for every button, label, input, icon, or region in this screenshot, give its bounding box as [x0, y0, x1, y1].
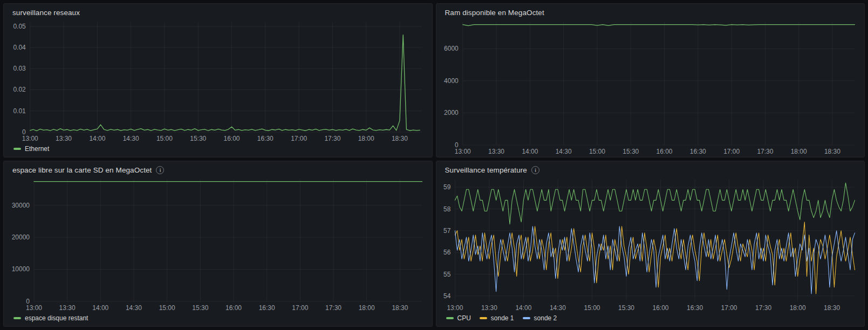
svg-text:15:30: 15:30: [190, 135, 206, 142]
series-swatch: [523, 317, 530, 319]
svg-text:16:30: 16:30: [259, 304, 275, 312]
svg-text:14:00: 14:00: [92, 304, 108, 312]
legend-item-sonde-2[interactable]: sonde 2: [523, 314, 557, 322]
svg-text:0: 0: [22, 128, 26, 136]
series-swatch: [13, 317, 21, 319]
grafana-dashboard: surveillance reseaux 13:0013:3014:0014:3…: [0, 0, 868, 330]
legend-item-ethernet[interactable]: Ethernet: [13, 145, 49, 153]
svg-text:18:00: 18:00: [790, 148, 807, 155]
legend: Ethernet: [4, 144, 432, 157]
svg-text:20000: 20000: [12, 233, 30, 241]
svg-text:15:30: 15:30: [618, 304, 634, 312]
svg-text:0.04: 0.04: [13, 44, 26, 51]
svg-text:13:00: 13:00: [447, 304, 463, 312]
svg-text:16:00: 16:00: [225, 304, 242, 312]
legend: CPU sonde 1 sonde 2: [436, 313, 865, 326]
svg-text:14:30: 14:30: [126, 304, 142, 312]
svg-text:17:30: 17:30: [755, 304, 771, 312]
svg-text:16:00: 16:00: [224, 135, 240, 142]
chart-area: 13:0013:3014:0014:3015:0015:3016:0016:30…: [4, 18, 432, 144]
svg-text:17:00: 17:00: [723, 148, 740, 155]
svg-text:18:30: 18:30: [824, 304, 840, 312]
svg-text:14:30: 14:30: [123, 135, 139, 142]
svg-text:17:30: 17:30: [325, 304, 341, 312]
legend-label: sonde 2: [534, 314, 557, 322]
svg-text:0.03: 0.03: [13, 65, 26, 72]
svg-text:17:30: 17:30: [324, 135, 340, 142]
svg-text:16:00: 16:00: [656, 148, 672, 155]
panel-title[interactable]: Ram disponible en MegaOctet: [445, 9, 544, 17]
svg-text:13:30: 13:30: [56, 135, 72, 142]
svg-text:30000: 30000: [12, 202, 30, 209]
panel-header: surveillance reseaux: [4, 4, 432, 18]
svg-text:13:00: 13:00: [26, 304, 42, 312]
svg-text:13:30: 13:30: [59, 304, 76, 312]
legend-label: espace disque restant: [25, 314, 88, 322]
series-swatch: [13, 148, 21, 150]
svg-text:57: 57: [443, 227, 451, 235]
svg-text:14:30: 14:30: [549, 304, 565, 312]
svg-text:17:30: 17:30: [757, 148, 773, 155]
ram-chart[interactable]: 13:0013:3014:0014:3015:0015:3016:0016:30…: [441, 19, 860, 156]
chart-area: 13:0013:3014:0014:3015:0015:3016:0016:30…: [4, 175, 432, 313]
panel-surveillance-temperature: Surveillance température 13:0013:3014:00…: [436, 161, 865, 327]
network-traffic-chart[interactable]: 13:0013:3014:0014:3015:0015:3016:0016:30…: [8, 19, 428, 143]
chart-area: 13:0013:3014:0014:3015:0015:3016:0016:30…: [436, 175, 865, 313]
panel-title[interactable]: Surveillance température: [445, 166, 527, 174]
chart-area: 13:0013:3014:0014:3015:0015:3016:0016:30…: [436, 18, 865, 157]
svg-text:0.02: 0.02: [13, 86, 26, 93]
svg-text:56: 56: [443, 249, 451, 256]
svg-text:18:30: 18:30: [392, 304, 408, 312]
svg-text:6000: 6000: [444, 45, 459, 52]
svg-text:13:00: 13:00: [22, 135, 38, 142]
svg-text:13:30: 13:30: [481, 304, 497, 312]
panel-header: Ram disponible en MegaOctet: [436, 4, 865, 18]
svg-text:18:00: 18:00: [358, 135, 374, 142]
svg-text:15:30: 15:30: [192, 304, 208, 312]
svg-text:17:00: 17:00: [291, 135, 307, 142]
temperature-chart[interactable]: 13:0013:3014:0014:3015:0015:3016:0016:30…: [441, 176, 860, 312]
svg-text:18:30: 18:30: [824, 148, 840, 155]
svg-text:0: 0: [455, 141, 459, 149]
legend-label: Ethernet: [25, 145, 49, 153]
svg-text:14:00: 14:00: [515, 304, 531, 312]
svg-text:15:30: 15:30: [623, 148, 639, 155]
panel-ram-disponible: Ram disponible en MegaOctet 13:0013:3014…: [436, 3, 865, 157]
sd-card-space-chart[interactable]: 13:0013:3014:0014:3015:0015:3016:0016:30…: [8, 176, 428, 312]
svg-text:16:30: 16:30: [689, 148, 706, 155]
panel-surveillance-reseaux: surveillance reseaux 13:0013:3014:0014:3…: [3, 3, 433, 157]
svg-text:10000: 10000: [12, 265, 30, 273]
svg-text:13:00: 13:00: [454, 148, 470, 155]
svg-text:17:00: 17:00: [721, 304, 737, 312]
panel-title[interactable]: surveillance reseaux: [12, 9, 80, 17]
svg-text:14:30: 14:30: [555, 148, 571, 155]
svg-text:16:30: 16:30: [257, 135, 274, 142]
legend-label: sonde 1: [491, 314, 514, 322]
series-swatch: [446, 317, 454, 319]
svg-text:54: 54: [443, 292, 451, 300]
svg-text:15:00: 15:00: [584, 304, 600, 312]
svg-text:55: 55: [443, 271, 451, 278]
info-icon[interactable]: [156, 166, 164, 174]
legend-item-sonde-1[interactable]: sonde 1: [480, 314, 514, 322]
svg-text:13:30: 13:30: [488, 148, 504, 155]
panel-header: espace libre sur la carte SD en MegaOcte…: [4, 161, 432, 175]
svg-text:4000: 4000: [444, 77, 459, 85]
svg-text:15:00: 15:00: [589, 148, 605, 155]
svg-text:59: 59: [443, 183, 451, 191]
svg-text:18:30: 18:30: [392, 135, 408, 142]
svg-text:2000: 2000: [444, 109, 459, 116]
svg-text:18:00: 18:00: [789, 304, 805, 312]
panel-espace-libre-sd: espace libre sur la carte SD en MegaOcte…: [3, 161, 433, 327]
svg-text:16:00: 16:00: [652, 304, 668, 312]
legend-item-espace-disque[interactable]: espace disque restant: [13, 314, 88, 322]
svg-text:15:00: 15:00: [156, 135, 173, 142]
panel-title[interactable]: espace libre sur la carte SD en MegaOcte…: [12, 166, 152, 174]
panel-header: Surveillance température: [436, 161, 865, 175]
legend-label: CPU: [457, 314, 471, 322]
series-swatch: [480, 317, 487, 319]
info-icon[interactable]: [531, 166, 539, 174]
legend-item-cpu[interactable]: CPU: [446, 314, 471, 322]
svg-text:16:30: 16:30: [687, 304, 703, 312]
svg-text:58: 58: [443, 205, 451, 213]
